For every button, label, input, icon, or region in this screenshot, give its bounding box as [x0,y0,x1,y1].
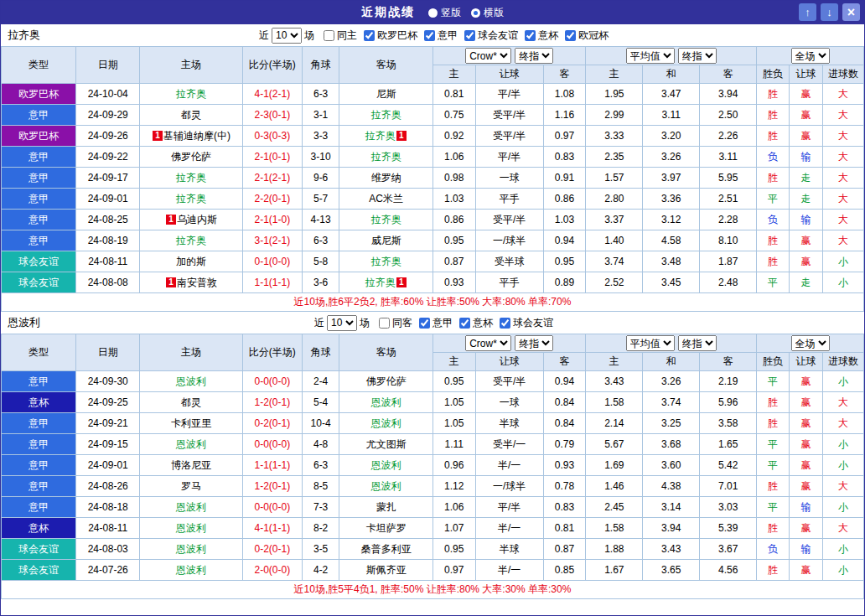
odds-provider-select[interactable]: Crow* [465,335,511,351]
filter-checkbox-input[interactable] [525,30,536,41]
team-link[interactable]: 基辅迪纳摩(中) [163,130,230,142]
team-link[interactable]: 维罗纳 [371,172,401,184]
team-link[interactable]: 卡坦萨罗 [366,522,407,534]
team-link[interactable]: 恩波利 [176,564,206,576]
filter-checkbox-input[interactable] [565,30,576,41]
team-link[interactable]: 拉齐奥 [365,130,396,142]
team-link[interactable]: 恩波利 [371,459,401,471]
team-link[interactable]: 拉齐奥 [176,88,206,100]
team-link[interactable]: 罗马 [181,480,201,492]
team-link[interactable]: 尤文图斯 [366,438,407,450]
filter-checkbox-1[interactable]: 欧罗巴杯 [364,28,417,43]
filter-checkbox-2[interactable]: 意甲 [424,28,458,43]
filter-checkbox-3[interactable]: 球会友谊 [464,28,518,43]
team-link[interactable]: 恩波利 [176,438,206,450]
team-link[interactable]: 斯佩齐亚 [366,564,407,576]
team-link[interactable]: 博洛尼亚 [171,459,211,471]
team-link[interactable]: 恩波利 [176,543,206,555]
team-link[interactable]: 都灵 [181,396,201,408]
handicap-result-cell: 走 [789,189,823,210]
filter-checkbox-input[interactable] [324,30,334,41]
team-link[interactable]: 拉齐奥 [176,193,206,204]
score-cell: 0-2(0-1) [242,539,302,560]
match-count-select[interactable]: 10 [327,315,357,331]
avg-stage-select[interactable]: 终指 [678,335,717,351]
filter-checkbox-0[interactable]: 同主 [324,28,357,43]
handicap-home-odds-cell: 1.07 [432,518,475,539]
team-link[interactable]: 拉齐奥 [371,151,401,163]
vertical-layout-radio[interactable]: 竖版 [428,6,461,20]
team-link[interactable]: 拉齐奥 [176,172,206,184]
team-link[interactable]: 佛罗伦萨 [171,151,211,163]
avg-stage-select[interactable]: 终指 [678,48,717,64]
handicap-home-header: 主 [432,353,475,371]
team-link[interactable]: 拉齐奥 [371,109,401,121]
odds-stage-select[interactable]: 终指 [515,48,553,64]
competition-badge: 欧罗巴杯 [2,84,76,105]
filter-checkbox-input[interactable] [459,318,470,329]
team-link[interactable]: 佛罗伦萨 [366,375,407,387]
match-row: 意甲24-08-251乌迪内斯2-1(1-0)4-13拉齐奥0.86受平/半1.… [2,210,864,230]
filter-checkbox-2[interactable]: 意杯 [459,316,493,330]
team-link[interactable]: 都灵 [181,109,201,121]
outcome-result-cell: 胜 [757,413,790,434]
handicap-line-header: 让球 [475,353,543,371]
filter-checkbox-input[interactable] [464,30,475,41]
avg-source-select[interactable]: 平均值 [626,48,675,64]
team-link[interactable]: AC米兰 [369,193,403,204]
goals-result-cell: 大 [823,189,864,210]
avg-odds-group: 平均值终指 [586,47,757,65]
filter-checkbox-input[interactable] [419,318,430,329]
team-link[interactable]: 威尼斯 [371,235,401,246]
team-link[interactable]: 桑普多利亚 [361,543,412,555]
team-link[interactable]: 拉齐奥 [365,277,396,288]
team-link[interactable]: 拉齐奥 [371,214,401,225]
team-link[interactable]: 恩波利 [176,522,206,534]
orientation-radio-group: 竖版横版 [428,6,504,20]
odds-provider-select[interactable]: Crow* [465,48,511,64]
filter-checkbox-input[interactable] [500,318,510,329]
team-link[interactable]: 恩波利 [176,501,206,513]
team-link[interactable]: 乌迪内斯 [177,214,217,225]
team-link[interactable]: 恩波利 [371,396,401,408]
handicap-line-cell: 受半/一 [475,434,543,455]
match-count-select[interactable]: 10 [272,28,302,44]
outcome-result-cell: 平 [757,455,790,476]
team-link[interactable]: 恩波利 [176,375,206,387]
team-link[interactable]: 南安普敦 [177,277,217,288]
team-link[interactable]: 拉齐奥 [176,235,206,246]
up-arrow-button[interactable]: ↑ [799,3,816,21]
avg-home-odds-cell: 2.14 [586,413,643,434]
scope-select[interactable]: 全场 [791,335,830,351]
filter-checkbox-1[interactable]: 意甲 [419,316,453,330]
score-cell: 2-1(1-0) [242,210,302,230]
team-link[interactable]: 加的斯 [176,256,206,267]
horizontal-layout-radio[interactable]: 横版 [471,6,504,20]
goals-result-cell: 大 [823,84,864,105]
team-link[interactable]: 拉齐奥 [371,256,401,267]
filter-checkbox-5[interactable]: 欧冠杯 [565,28,609,43]
competition-badge: 球会友谊 [2,560,76,581]
filter-checkbox-input[interactable] [424,30,435,41]
away-team-cell: 桑普多利亚 [339,539,433,560]
filter-checkbox-3[interactable]: 球会友谊 [500,316,553,330]
filter-checkbox-input[interactable] [379,318,390,329]
odds-stage-select[interactable]: 终指 [515,335,553,351]
handicap-home-odds-cell: 1.06 [432,147,475,168]
team-link[interactable]: 卡利亚里 [171,417,211,429]
type-column-header: 类型 [2,47,76,84]
team-link[interactable]: 蒙扎 [376,501,396,513]
handicap-result-cell: 赢 [789,126,823,147]
filter-checkbox-0[interactable]: 同客 [379,316,412,330]
close-button[interactable]: × [842,3,860,21]
home-team-cell: 恩波利 [140,539,243,560]
team-link[interactable]: 恩波利 [371,480,401,492]
scope-select[interactable]: 全场 [791,48,830,64]
team-link[interactable]: 恩波利 [371,417,401,429]
down-arrow-button[interactable]: ↓ [821,3,838,21]
avg-source-select[interactable]: 平均值 [626,335,675,351]
filter-checkbox-4[interactable]: 意杯 [525,28,558,43]
team-link[interactable]: 尼斯 [376,88,396,100]
handicap-line-cell: 一球 [475,168,543,189]
filter-checkbox-input[interactable] [364,30,375,41]
